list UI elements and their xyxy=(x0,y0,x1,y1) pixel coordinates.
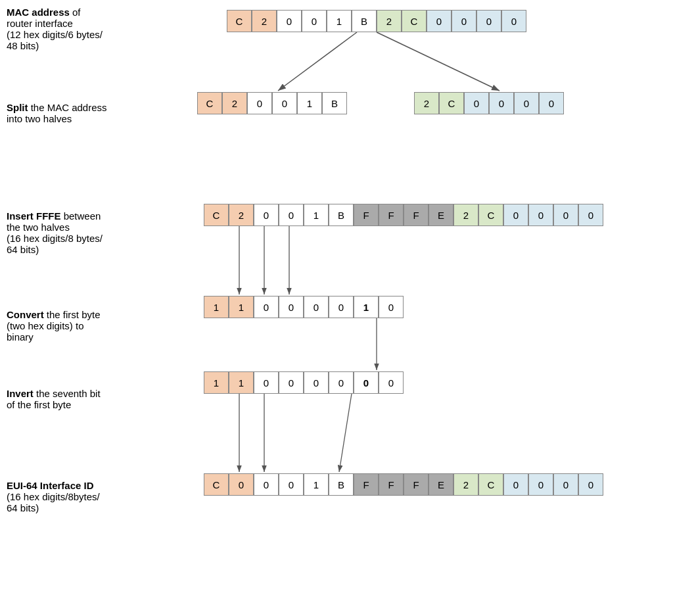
hex-cell: B xyxy=(329,473,354,496)
hex-cell: F xyxy=(354,204,379,226)
hex-cell: 0 xyxy=(489,92,514,114)
hex-cell: 0 xyxy=(503,473,528,496)
row3-fffe: C2001BFFFE2C0000 xyxy=(204,204,603,226)
svg-line-9 xyxy=(339,394,352,472)
hex-cell: 0 xyxy=(279,371,304,394)
row2-right: 2C0000 xyxy=(414,92,564,114)
hex-cell: B xyxy=(352,10,377,32)
hex-cell: 1 xyxy=(229,371,254,394)
hex-cell: F xyxy=(404,473,429,496)
hex-cell: 0 xyxy=(354,371,379,394)
svg-line-2 xyxy=(377,32,499,91)
hex-cell: B xyxy=(329,204,354,226)
hex-cell: 0 xyxy=(528,473,553,496)
hex-cell: C xyxy=(402,10,427,32)
hex-cell: 0 xyxy=(503,204,528,226)
hex-cell: 2 xyxy=(377,10,402,32)
hex-cell: 1 xyxy=(304,473,329,496)
section-invert: Invert the seventh bitof the first byte xyxy=(7,388,101,410)
hex-cell: C xyxy=(439,92,464,114)
section-convert: Convert the first byte(two hex digits) t… xyxy=(7,309,101,343)
row6-eui64: C0001BFFFE2C0000 xyxy=(204,473,603,496)
eui64-text: EUI-64 Interface ID(16 hex digits/8bytes… xyxy=(7,480,100,513)
hex-cell: 2 xyxy=(453,204,478,226)
hex-cell: 0 xyxy=(539,92,564,114)
hex-cell: 2 xyxy=(252,10,277,32)
hex-cell: 0 xyxy=(229,473,254,496)
row5-inverted: 11000000 xyxy=(204,371,404,394)
hex-cell: 2 xyxy=(453,473,478,496)
row2-left: C2001B xyxy=(197,92,347,114)
section-split: Split the MAC addressinto two halves xyxy=(7,102,107,124)
mac-address-text: MAC address ofrouter interface(12 hex di… xyxy=(7,7,103,51)
hex-cell: 0 xyxy=(514,92,539,114)
hex-cell: F xyxy=(354,473,379,496)
hex-cell: 1 xyxy=(229,296,254,318)
hex-cell: C xyxy=(204,204,229,226)
hex-cell: 0 xyxy=(254,296,279,318)
section-eui64: EUI-64 Interface ID(16 hex digits/8bytes… xyxy=(7,480,100,513)
hex-cell: 0 xyxy=(528,204,553,226)
hex-cell: 0 xyxy=(427,10,452,32)
hex-cell: 0 xyxy=(302,10,327,32)
hex-cell: 1 xyxy=(204,296,229,318)
hex-cell: C xyxy=(478,204,503,226)
hex-cell: E xyxy=(429,473,453,496)
hex-cell: 0 xyxy=(379,371,404,394)
hex-cell: 2 xyxy=(222,92,247,114)
hex-cell: 0 xyxy=(379,296,404,318)
hex-cell: B xyxy=(322,92,347,114)
row4-binary: 11000010 xyxy=(204,296,404,318)
hex-cell: 0 xyxy=(277,10,302,32)
section-insert: Insert FFFE betweenthe two halves(16 hex… xyxy=(7,210,103,255)
svg-line-1 xyxy=(278,32,357,91)
hex-cell: F xyxy=(404,204,429,226)
hex-cell: 0 xyxy=(279,296,304,318)
hex-cell: 2 xyxy=(229,204,254,226)
hex-cell: 0 xyxy=(501,10,526,32)
hex-cell: 1 xyxy=(327,10,352,32)
hex-cell: F xyxy=(379,473,404,496)
hex-cell: 1 xyxy=(297,92,322,114)
hex-cell: 0 xyxy=(464,92,489,114)
hex-cell: 0 xyxy=(578,473,603,496)
hex-cell: 0 xyxy=(304,296,329,318)
hex-cell: 0 xyxy=(553,473,578,496)
convert-text: Convert the first byte(two hex digits) t… xyxy=(7,309,101,343)
invert-text: Invert the seventh bitof the first byte xyxy=(7,388,101,410)
section-mac-address: MAC address ofrouter interface(12 hex di… xyxy=(7,7,103,51)
hex-cell: C xyxy=(197,92,222,114)
hex-cell: 0 xyxy=(452,10,476,32)
hex-cell: 0 xyxy=(279,473,304,496)
hex-cell: 0 xyxy=(272,92,297,114)
hex-cell: 0 xyxy=(254,204,279,226)
hex-cell: 0 xyxy=(553,204,578,226)
hex-cell: 0 xyxy=(304,371,329,394)
hex-cell: C xyxy=(227,10,252,32)
hex-cell: E xyxy=(429,204,453,226)
hex-cell: 1 xyxy=(354,296,379,318)
hex-cell: C xyxy=(478,473,503,496)
hex-cell: 1 xyxy=(304,204,329,226)
hex-cell: 0 xyxy=(254,371,279,394)
hex-cell: 2 xyxy=(414,92,439,114)
hex-cell: 0 xyxy=(476,10,501,32)
split-text: Split the MAC addressinto two halves xyxy=(7,102,107,124)
insert-text: Insert FFFE betweenthe two halves(16 hex… xyxy=(7,210,103,255)
hex-cell: C xyxy=(204,473,229,496)
hex-cell: 0 xyxy=(329,371,354,394)
hex-cell: 0 xyxy=(578,204,603,226)
hex-cell: 0 xyxy=(254,473,279,496)
row1-mac: C2001B2C0000 xyxy=(227,10,526,32)
hex-cell: 0 xyxy=(329,296,354,318)
hex-cell: 0 xyxy=(279,204,304,226)
hex-cell: F xyxy=(379,204,404,226)
hex-cell: 1 xyxy=(204,371,229,394)
hex-cell: 0 xyxy=(247,92,272,114)
